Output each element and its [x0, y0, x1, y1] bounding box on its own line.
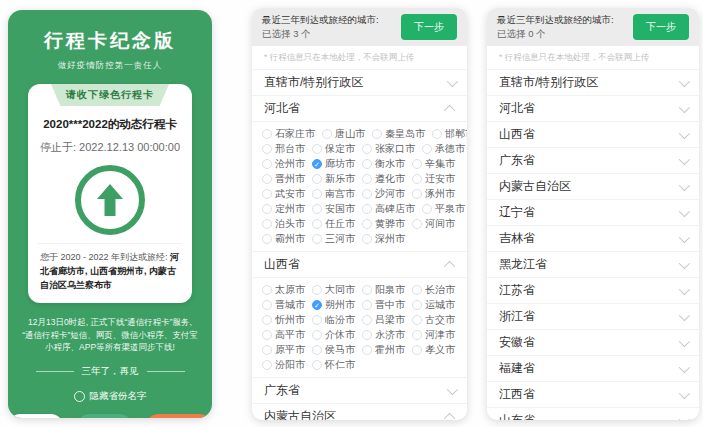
province-label: 内蒙古自治区 [499, 178, 571, 195]
province-row[interactable]: 河北省 [252, 96, 467, 122]
hide-province-label: 隐藏省份名字 [90, 390, 147, 403]
city-checkbox-item[interactable]: 大同市 [312, 283, 355, 297]
city-label: 辛集市 [425, 157, 455, 171]
province-row[interactable]: 山西省 [252, 252, 467, 278]
province-row[interactable]: 辽宁省 [487, 200, 699, 226]
city-checkbox-item[interactable]: 晋州市 [262, 172, 305, 186]
city-checkbox-item[interactable]: 永济市 [362, 328, 405, 342]
city-checkbox-item[interactable]: 武安市 [262, 187, 305, 201]
city-checkbox-item[interactable]: 太原市 [262, 283, 305, 297]
province-row[interactable]: 江苏省 [487, 278, 699, 304]
province-row[interactable]: 黑龙江省 [487, 252, 699, 278]
city-checkbox-item[interactable]: 南宫市 [312, 187, 355, 201]
refill-button[interactable]: 重新填写 [8, 414, 63, 418]
checkbox-icon [412, 174, 422, 184]
city-label: 平泉市 [435, 202, 465, 216]
city-label: 霍州市 [375, 343, 405, 357]
city-checkbox-item[interactable]: 沧州市 [262, 157, 305, 171]
province-row[interactable]: 广东省 [252, 378, 467, 404]
province-row[interactable]: 内蒙古自治区 [487, 174, 699, 200]
city-checkbox-item[interactable]: 深州市 [362, 232, 405, 246]
checkbox-icon [412, 315, 422, 325]
city-checkbox-item[interactable]: 运城市 [412, 298, 455, 312]
province-row[interactable]: 福建省 [487, 356, 699, 382]
city-checkbox-item[interactable]: ✓廊坊市 [312, 157, 355, 171]
province-row[interactable]: 安徽省 [487, 330, 699, 356]
city-checkbox-item[interactable]: 原平市 [262, 343, 305, 357]
city-checkbox-item[interactable]: 迁安市 [412, 172, 455, 186]
city-checkbox-item[interactable]: 秦皇岛市 [372, 127, 425, 141]
city-checkbox-item[interactable]: 石家庄市 [262, 127, 315, 141]
city-checkbox-item[interactable]: 古交市 [412, 313, 455, 327]
chevron-down-icon [679, 361, 690, 372]
city-checkbox-item[interactable]: 邯郸市 [432, 127, 467, 141]
city-checkbox-item[interactable]: 阳泉市 [362, 283, 405, 297]
city-checkbox-item[interactable]: 长治市 [412, 283, 455, 297]
city-checkbox-item[interactable]: 平泉市 [422, 202, 465, 216]
city-grid-row: 泊头市任丘市黄骅市河间市 [262, 217, 457, 231]
province-label: 江苏省 [499, 282, 535, 299]
city-grid: 石家庄市唐山市秦皇岛市邯郸市邢台市保定市张家口市承德市沧州市✓廊坊市衡水市辛集市… [252, 122, 467, 252]
province-row[interactable]: 直辖市/特别行政区 [252, 70, 467, 96]
city-checkbox-item[interactable]: 河津市 [412, 328, 455, 342]
hide-province-checkbox[interactable]: 隐藏省份名字 [8, 390, 212, 403]
city-grid-row: 高平市介休市永济市河津市 [262, 328, 457, 342]
city-checkbox-item[interactable]: 遵化市 [362, 172, 405, 186]
city-checkbox-item[interactable]: 三河市 [312, 232, 355, 246]
city-checkbox-item[interactable]: 承德市 [422, 142, 465, 156]
province-row[interactable]: 吉林省 [487, 226, 699, 252]
start-screenshot-button[interactable]: 开始截图 [146, 414, 212, 418]
city-checkbox-item[interactable]: 黄骅市 [362, 217, 405, 231]
province-row[interactable]: 江西省 [487, 382, 699, 408]
city-checkbox-item[interactable]: 泊头市 [262, 217, 305, 231]
checkbox-icon [362, 174, 372, 184]
checkbox-icon [312, 330, 322, 340]
city-checkbox-item[interactable]: 晋城市 [262, 298, 305, 312]
city-checkbox-item[interactable]: 介休市 [312, 328, 355, 342]
city-checkbox-item[interactable]: 邢台市 [262, 142, 305, 156]
city-checkbox-item[interactable]: 河间市 [412, 217, 455, 231]
city-checkbox-item[interactable]: 安国市 [312, 202, 355, 216]
city-checkbox-item[interactable]: 任丘市 [312, 217, 355, 231]
city-checkbox-item[interactable]: 霸州市 [262, 232, 305, 246]
city-checkbox-item[interactable]: 高平市 [262, 328, 305, 342]
city-checkbox-item[interactable]: 孝义市 [412, 343, 455, 357]
city-checkbox-item[interactable]: 新乐市 [312, 172, 355, 186]
chevron-down-icon [447, 383, 458, 394]
province-row[interactable]: 河北省 [487, 96, 699, 122]
selected-count: 已选择 0 个 [497, 27, 614, 41]
more-tools-button[interactable]: 更多工具 [77, 414, 132, 418]
province-row[interactable]: 浙江省 [487, 304, 699, 330]
city-checkbox-item[interactable]: 临汾市 [312, 313, 355, 327]
province-row[interactable]: 广东省 [487, 148, 699, 174]
selector-header: 最近三年到达或旅经的城市: 已选择 0 个 下一步 [487, 8, 699, 46]
city-checkbox-item[interactable]: 衡水市 [362, 157, 405, 171]
next-step-button[interactable]: 下一步 [401, 14, 457, 40]
city-checkbox-item[interactable]: 霍州市 [362, 343, 405, 357]
city-checkbox-item[interactable]: 侯马市 [312, 343, 355, 357]
province-row[interactable]: 内蒙古自治区 [252, 404, 467, 420]
province-row[interactable]: 山东省 [487, 408, 699, 420]
province-label: 河北省 [264, 100, 300, 117]
province-row[interactable]: 山西省 [487, 122, 699, 148]
province-row[interactable]: 直辖市/特别行政区 [487, 70, 699, 96]
city-checkbox-item[interactable]: 保定市 [312, 142, 355, 156]
city-checkbox-item[interactable]: ✓朔州市 [312, 298, 355, 312]
chevron-down-icon [679, 179, 690, 190]
city-checkbox-item[interactable]: 忻州市 [262, 313, 305, 327]
city-checkbox-item[interactable]: 定州市 [262, 202, 305, 216]
next-step-button[interactable]: 下一步 [633, 14, 689, 40]
city-checkbox-item[interactable]: 吕梁市 [362, 313, 405, 327]
checkbox-icon [262, 315, 272, 325]
city-checkbox-item[interactable]: 汾阳市 [262, 358, 305, 372]
city-checkbox-item[interactable]: 怀仁市 [312, 358, 355, 372]
city-label: 张家口市 [375, 142, 415, 156]
city-checkbox-item[interactable]: 涿州市 [412, 187, 455, 201]
city-checkbox-item[interactable]: 沙河市 [362, 187, 405, 201]
city-checkbox-item[interactable]: 高碑店市 [362, 202, 415, 216]
city-checkbox-item[interactable]: 晋中市 [362, 298, 405, 312]
city-checkbox-item[interactable]: 辛集市 [412, 157, 455, 171]
city-checkbox-item[interactable]: 张家口市 [362, 142, 415, 156]
city-checkbox-item[interactable]: 唐山市 [322, 127, 365, 141]
checkbox-icon [262, 144, 272, 154]
